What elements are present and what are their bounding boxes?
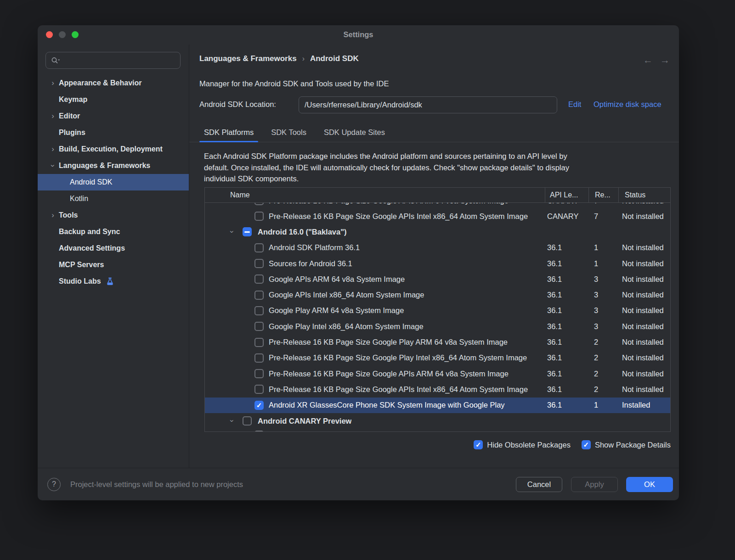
tab-sdk-tools[interactable]: SDK Tools bbox=[266, 128, 311, 142]
checkbox-unchecked-icon[interactable] bbox=[254, 212, 264, 221]
sidebar-item-studio-labs[interactable]: Studio Labs bbox=[38, 273, 189, 290]
sidebar-item-advanced-settings[interactable]: Advanced Settings bbox=[38, 240, 189, 257]
sidebar-item-tools[interactable]: ›Tools bbox=[38, 207, 189, 224]
cell-name: Pre-Release 16 KB Page Size Google APIs … bbox=[205, 385, 545, 394]
chevron-collapsed-icon[interactable]: › bbox=[49, 78, 57, 88]
chevron-collapsed-icon[interactable]: › bbox=[49, 145, 57, 154]
cell-name: Pre-Release 16 KB Page Size Google APIs … bbox=[205, 203, 545, 205]
sidebar-item-android-sdk[interactable]: Android SDK bbox=[38, 174, 189, 190]
sidebar-item-plugins[interactable]: Plugins bbox=[38, 124, 189, 141]
checkbox-checked-icon[interactable] bbox=[582, 440, 591, 449]
sidebar-item-backup-and-sync[interactable]: Backup and Sync bbox=[38, 224, 189, 240]
table-row[interactable]: Google Play ARM 64 v8a System Image36.13… bbox=[205, 303, 670, 319]
checkbox-checked-icon[interactable] bbox=[474, 440, 483, 449]
checkbox-unchecked-icon[interactable] bbox=[254, 306, 264, 315]
table-group-row[interactable]: ›Android CANARY Preview bbox=[205, 413, 670, 429]
chevron-expanded-icon[interactable]: › bbox=[228, 228, 236, 236]
sidebar-item-editor[interactable]: ›Editor bbox=[38, 108, 189, 124]
checkbox-unchecked-icon[interactable] bbox=[243, 416, 252, 426]
checkbox-unchecked-icon[interactable] bbox=[254, 259, 264, 268]
column-header-status[interactable]: Status bbox=[618, 188, 670, 202]
checkbox-unchecked-icon[interactable] bbox=[254, 291, 264, 300]
settings-nav-tree: ›Appearance & BehaviorKeymap›EditorPlugi… bbox=[38, 75, 189, 290]
forward-icon[interactable]: → bbox=[660, 55, 670, 66]
table-row-selected[interactable]: Android XR GlassesCore Phone SDK System … bbox=[205, 398, 670, 413]
table-row[interactable]: Android SDK Platform 36.136.11Not instal… bbox=[205, 240, 670, 256]
package-name: Sources for Android 36.1 bbox=[269, 259, 352, 268]
table-row[interactable]: Pre-Release 16 KB Page Size Google Play … bbox=[205, 350, 670, 366]
breadcrumb-parent[interactable]: Languages & Frameworks bbox=[199, 54, 297, 63]
hide-obsolete-label: Hide Obsolete Packages bbox=[487, 441, 571, 449]
cell-name: Sources for Android 36.1 bbox=[205, 259, 545, 268]
hide-obsolete-packages-option[interactable]: Hide Obsolete Packages bbox=[474, 440, 571, 449]
tab-sdk-platforms[interactable]: SDK Platforms bbox=[199, 128, 258, 142]
cell-name: ›Android CANARY Preview bbox=[205, 416, 545, 426]
table-row[interactable]: Pre-Release 16 KB Page Size Google APIs … bbox=[205, 203, 670, 208]
column-header-name[interactable]: Name bbox=[205, 188, 545, 202]
table-row[interactable] bbox=[205, 429, 670, 431]
cell-status: Not installed bbox=[618, 203, 670, 205]
cell-status: Not installed bbox=[618, 338, 670, 347]
checkbox-unchecked-icon[interactable] bbox=[254, 431, 264, 431]
cancel-button[interactable]: Cancel bbox=[516, 477, 562, 492]
checkbox-unchecked-icon[interactable] bbox=[254, 322, 264, 331]
cell-status: Not installed bbox=[618, 322, 670, 331]
table-row[interactable]: Pre-Release 16 KB Page Size Google APIs … bbox=[205, 366, 670, 381]
show-package-details-option[interactable]: Show Package Details bbox=[582, 440, 671, 449]
table-group-row[interactable]: ›Android 16.0 ("Baklava") bbox=[205, 224, 670, 240]
column-header-revision[interactable]: Re... bbox=[588, 188, 618, 202]
sidebar-item-kotlin[interactable]: Kotlin bbox=[38, 190, 189, 207]
settings-search-field[interactable] bbox=[45, 52, 181, 69]
cell-name: Android XR GlassesCore Phone SDK System … bbox=[205, 401, 545, 410]
sidebar-item-appearance-behavior[interactable]: ›Appearance & Behavior bbox=[38, 75, 189, 91]
table-row[interactable]: Sources for Android 36.136.11Not install… bbox=[205, 256, 670, 271]
edit-link[interactable]: Edit bbox=[568, 100, 581, 109]
chevron-collapsed-icon[interactable]: › bbox=[49, 112, 57, 121]
checkbox-unchecked-icon[interactable] bbox=[254, 274, 264, 284]
sdk-location-input[interactable] bbox=[299, 96, 557, 113]
cell-revision: 7 bbox=[588, 212, 618, 221]
cell-revision: 7 bbox=[588, 203, 618, 205]
chevron-expanded-icon[interactable]: › bbox=[48, 162, 57, 170]
table-header: Name API Le... Re... Status bbox=[205, 188, 670, 203]
checkbox-unchecked-icon[interactable] bbox=[254, 353, 264, 363]
tab-sdk-update-sites[interactable]: SDK Update Sites bbox=[319, 128, 390, 142]
package-name: Android 16.0 ("Baklava") bbox=[258, 228, 347, 236]
table-row[interactable]: Google Play Intel x86_64 Atom System Ima… bbox=[205, 319, 670, 334]
manager-description: Manager for the Android SDK and Tools us… bbox=[199, 79, 389, 88]
checkbox-checked-icon[interactable] bbox=[254, 401, 264, 410]
table-row[interactable]: Pre-Release 16 KB Page Size Google APIs … bbox=[205, 208, 670, 224]
checkbox-unchecked-icon[interactable] bbox=[254, 385, 264, 394]
cell-status: Not installed bbox=[618, 259, 670, 268]
cell-revision: 1 bbox=[588, 259, 618, 268]
back-icon[interactable]: ← bbox=[643, 55, 653, 66]
checkbox-unchecked-icon[interactable] bbox=[254, 369, 264, 378]
dialog-footer: ? Project-level settings will be applied… bbox=[38, 468, 679, 500]
sidebar-item-mcp-servers[interactable]: MCP Servers bbox=[38, 257, 189, 273]
checkbox-unchecked-icon[interactable] bbox=[254, 338, 264, 347]
chevron-expanded-icon[interactable]: › bbox=[228, 417, 236, 425]
table-row[interactable]: Pre-Release 16 KB Page Size Google Play … bbox=[205, 334, 670, 350]
chevron-collapsed-icon[interactable]: › bbox=[49, 211, 57, 220]
checkbox-indeterminate-icon[interactable] bbox=[243, 227, 252, 236]
sidebar-item-label: Editor bbox=[59, 112, 80, 120]
table-body: Pre-Release 16 KB Page Size Google APIs … bbox=[205, 203, 670, 431]
table-row[interactable]: Pre-Release 16 KB Page Size Google APIs … bbox=[205, 381, 670, 397]
cell-api-level: 36.1 bbox=[545, 353, 588, 362]
sidebar-item-build-execution-deployment[interactable]: ›Build, Execution, Deployment bbox=[38, 141, 189, 157]
help-icon[interactable]: ? bbox=[47, 478, 61, 491]
apply-button[interactable]: Apply bbox=[571, 477, 618, 492]
table-options: Hide Obsolete Packages Show Package Deta… bbox=[204, 438, 671, 451]
optimize-disk-space-link[interactable]: Optimize disk space bbox=[594, 100, 662, 109]
flask-icon bbox=[106, 277, 114, 286]
search-icon bbox=[51, 56, 61, 65]
table-row[interactable]: Google APIs Intel x86_64 Atom System Ima… bbox=[205, 287, 670, 302]
table-row[interactable]: Google APIs ARM 64 v8a System Image36.13… bbox=[205, 271, 670, 287]
sidebar-item-languages-frameworks[interactable]: ›Languages & Frameworks bbox=[38, 157, 189, 174]
ok-button[interactable]: OK bbox=[626, 477, 673, 492]
sidebar-item-keymap[interactable]: Keymap bbox=[38, 91, 189, 108]
checkbox-unchecked-icon[interactable] bbox=[254, 203, 264, 205]
checkbox-unchecked-icon[interactable] bbox=[254, 243, 264, 252]
search-input[interactable] bbox=[61, 56, 166, 65]
column-header-api-level[interactable]: API Le... bbox=[545, 188, 588, 202]
